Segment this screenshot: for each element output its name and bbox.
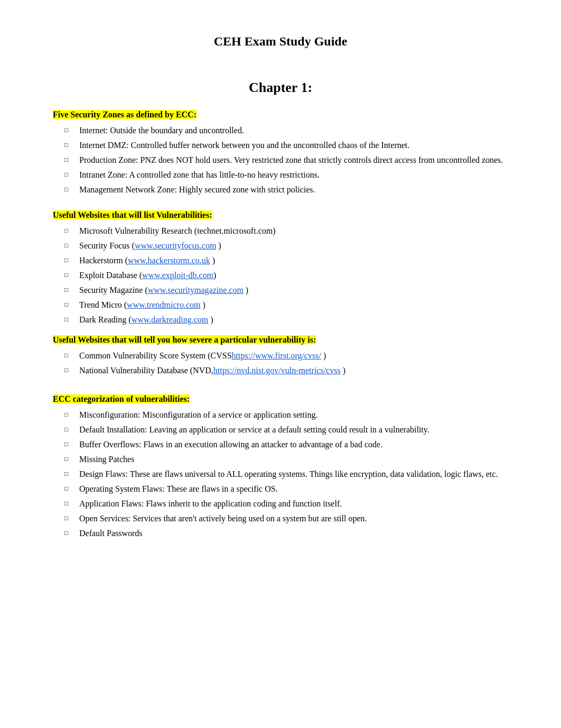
section-useful-websites-severity: Useful Websites that will tell you how s… [53,334,508,377]
heading-text: Five Security Zones as defined by ECC: [53,110,197,119]
section-heading-useful-vuln: Useful Websites that will list Vulnerabi… [53,209,508,222]
list-item: Default Installation: Leaving an applica… [74,423,508,436]
list-item: Microsoft Vulnerability Research (techne… [74,225,508,237]
list-item: National Vulnerability Database (NVD,htt… [74,364,508,377]
list-item: Operating System Flaws: These are flaws … [74,483,508,495]
link-nvd[interactable]: https://nvd.nist.gov/vuln-metrics/cvss [213,366,341,375]
link-trendmicro[interactable]: www.trendmicro.com [127,300,200,309]
list-item: Intranet Zone: A controlled zone that ha… [74,169,508,181]
useful-websites-vuln-list: Microsoft Vulnerability Research (techne… [74,225,508,326]
list-item: Production Zone: PNZ does NOT hold users… [74,154,508,167]
list-item: Design Flaws: These are flaws universal … [74,468,508,481]
heading-text: Useful Websites that will list Vulnerabi… [53,210,212,219]
section-heading-severity: Useful Websites that will tell you how s… [53,334,508,346]
list-item: Buffer Overflows: Flaws in an execution … [74,438,508,451]
list-item: Management Network Zone: Highly secured … [74,183,508,196]
link-exploitdb[interactable]: www.exploit-db.com [142,271,213,280]
link-securityfocus[interactable]: www.securityfocus.com [135,241,216,250]
list-item: Application Flaws: Flaws inherit to the … [74,497,508,510]
list-item: Misconfiguration: Misconfiguration of a … [74,409,508,421]
chapter-title: Chapter 1: [53,77,508,98]
list-item: Internet: Outside the boundary and uncon… [74,124,508,137]
link-hackerstorm[interactable]: www.hackerstorm.co.uk [128,256,210,265]
five-security-zones-list: Internet: Outside the boundary and uncon… [74,124,508,196]
link-securitymagazine[interactable]: www.securitymagazine.com [148,285,244,294]
list-item: Trend Micro (www.trendmicro.com ) [74,299,508,311]
section-useful-websites-vuln: Useful Websites that will list Vulnerabi… [53,209,508,326]
link-cvss[interactable]: https://www.first.org/cvss/ [232,351,321,360]
list-item: Security Magazine (www.securitymagazine.… [74,284,508,297]
list-item: Internet DMZ: Controlled buffer network … [74,139,508,152]
section-five-security-zones: Five Security Zones as defined by ECC: I… [53,108,508,196]
list-item: Open Services: Services that aren't acti… [74,512,508,525]
heading-text: ECC categorization of vulnerabilities: [53,394,190,403]
link-darkreading[interactable]: www.darkreading.com [132,315,209,324]
list-item: Missing Patches [74,453,508,466]
list-item: Dark Reading (www.darkreading.com ) [74,314,508,326]
section-heading-five-security-zones: Five Security Zones as defined by ECC: [53,108,508,121]
heading-text: Useful Websites that will tell you how s… [53,335,316,344]
useful-websites-severity-list: Common Vulnerability Score System (CVSSh… [74,349,508,377]
list-item: Default Passwords [74,527,508,540]
page-title: CEH Exam Study Guide [53,32,508,51]
list-item: Security Focus (www.securityfocus.com ) [74,239,508,252]
section-heading-ecc: ECC categorization of vulnerabilities: [53,393,508,406]
list-item: Hackerstorm (www.hackerstorm.co.uk ) [74,254,508,267]
list-item: Exploit Database (www.exploit-db.com) [74,269,508,282]
ecc-categorization-list: Misconfiguration: Misconfiguration of a … [74,409,508,540]
list-item: Common Vulnerability Score System (CVSSh… [74,349,508,362]
section-ecc-categorization: ECC categorization of vulnerabilities: M… [53,393,508,540]
